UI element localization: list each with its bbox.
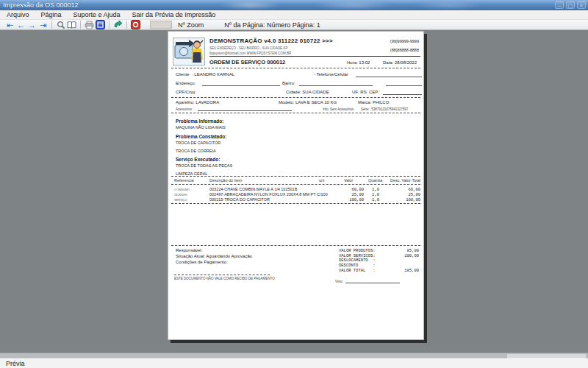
col-header-valor: Valor <box>344 178 353 183</box>
company-logo <box>173 38 205 66</box>
two-page-view-icon <box>67 21 76 29</box>
section-line: TROCA DE TODAS AS PEÇAS <box>176 163 232 168</box>
serie-value: Série: .53879121075941327597 <box>361 107 408 111</box>
zoom-button[interactable] <box>55 20 66 29</box>
dashed-divider <box>171 176 420 177</box>
menu-suporte-e-ajuda[interactable]: Suporte e Ajuda <box>74 11 121 18</box>
document-page: DEMONSTRAÇÃO v4.0 311222 010722 >>> SEU … <box>168 31 424 340</box>
aparelho-value: Aparelho: LAVADORA <box>176 100 219 105</box>
cliente-label: Cliente : <box>176 72 193 77</box>
item-ref: CONSUMO <box>174 188 190 191</box>
print-button[interactable] <box>84 20 95 29</box>
item-valor: 100,00 <box>349 197 364 202</box>
cpf-label: CPF/Cnpj: <box>176 90 196 94</box>
total-label: DESCONTO : <box>339 263 376 268</box>
order-date: Data: 28/08/2022 <box>383 60 417 65</box>
export-button[interactable] <box>112 20 123 29</box>
zoom-label: Nº Zoom <box>178 21 204 29</box>
export-icon <box>113 20 123 29</box>
statusbar: Prévia <box>0 358 588 368</box>
total-value: 100,00 <box>404 253 419 258</box>
total-label: VALOR TOTAL : <box>339 268 376 273</box>
first-page-button[interactable]: ⇤ <box>4 20 15 29</box>
modelo-value: Modelo: LAVA E SECA 10 KG <box>279 100 337 105</box>
item-desc: 003224-CHAVE COMBIN.MAYLE A 1/4 102501B <box>209 187 297 191</box>
blank-line <box>202 85 280 86</box>
situacao-atual: Situação Atual: Aguardando Aprovação <box>176 254 252 258</box>
dashed-divider <box>171 184 420 185</box>
company-phone-1: (99)99999-9999 <box>390 39 419 43</box>
close-button[interactable]: ✕ <box>577 1 586 9</box>
dashed-divider <box>171 97 420 98</box>
header-rule <box>209 56 420 57</box>
item-valor: 25,00 <box>351 192 364 197</box>
disclaimer-text: ESTE DOCUMENTO NÃO VALE COMO RECIBO DE P… <box>174 277 275 280</box>
print-setup-button[interactable] <box>95 20 106 29</box>
responsavel-label: Responsável: <box>176 248 202 252</box>
toolbar-separator <box>126 21 127 29</box>
menu-arquivo[interactable]: Arquivo <box>7 11 29 18</box>
telefone-label: - Telefone/Celular <box>314 72 348 77</box>
acessorios-label: Acessórios : <box>176 107 194 111</box>
col-header-desc: Desc. <box>390 178 401 183</box>
item-total: 60,00 <box>408 187 420 192</box>
blank-line <box>356 77 422 77</box>
item-quantia: 1,0 <box>372 197 379 202</box>
titlebar-blur-decoration <box>184 0 500 10</box>
close-preview-icon <box>131 20 140 29</box>
dashed-divider <box>171 113 420 113</box>
minimize-button[interactable]: – <box>555 1 564 9</box>
blank-line <box>198 110 292 111</box>
status-strip <box>0 353 588 358</box>
col-header-valor-total: Valor Total <box>402 178 420 183</box>
dashed-divider <box>174 275 270 275</box>
item-desc: 000215-TROCA DO CAPACITOR <box>209 197 270 202</box>
item-valor: 60,00 <box>351 187 364 192</box>
item-ref: 26265090 <box>174 193 187 197</box>
menu-sair-da-previa[interactable]: Sair da Prévia de Impressão <box>132 11 216 18</box>
cliente-value: LEANDRO KARNAL <box>194 72 234 77</box>
blank-line <box>386 85 422 86</box>
client-name-label: Cliente : LEANDRO KARNAL <box>176 72 234 77</box>
visto-label: Visto <box>335 280 343 283</box>
zoom-number-input[interactable] <box>150 21 172 29</box>
toolbar-separator <box>109 21 110 29</box>
marca-value: Marca: PHILCO <box>358 100 389 105</box>
close-preview-button[interactable] <box>130 20 141 29</box>
prev-page-icon: ← <box>17 21 25 29</box>
item-quantia: 1,0 <box>372 187 379 192</box>
two-page-view-button[interactable] <box>66 20 77 29</box>
company-contact: fpqsystem@hotmail.com WWW.FPQSYSTEM.COM.… <box>209 52 291 55</box>
item-quantia: 1,0 <box>372 192 379 197</box>
menu-pagina[interactable]: Página <box>41 11 62 18</box>
section-line: MAQUINA NÃO LIGA MAIS <box>176 125 226 130</box>
last-page-icon: ⇥ <box>40 21 46 29</box>
col-header-uni: uni <box>319 178 324 183</box>
item-ref: SERVIÇO <box>174 198 187 202</box>
company-name: DEMONSTRAÇÃO v4.0 311222 010722 >>> <box>209 38 333 44</box>
acessorios-info: Info: Sem Acessórios <box>323 107 354 111</box>
item-total: 100,00 <box>406 197 420 202</box>
item-desc: 002497-ABRAÇADEIRA NYLON FOXLUX 200X4.8 … <box>209 192 328 197</box>
signature-line <box>345 283 400 283</box>
condicoes-pagamento: Condições de Pagamento: <box>176 260 228 264</box>
prev-page-button[interactable]: ← <box>15 20 26 29</box>
item-total: 25,00 <box>408 192 420 197</box>
col-header-descricao: Descrição do Item <box>209 178 242 183</box>
section-line: TROCA DE CAPACITOR <box>176 141 220 145</box>
maximize-button[interactable]: ▢ <box>566 1 575 9</box>
zoom-icon <box>57 21 65 29</box>
company-address: SEU ENDEREÇO - SEU BAIRRO - SUA CIDADE-S… <box>209 46 288 50</box>
col-header-referencia: Referencia <box>174 178 194 183</box>
uf-cep-value: UF: RS CEP: <box>352 90 379 94</box>
toolbar: ⇤ ← → ⇥ <box>0 20 588 30</box>
dashed-divider <box>171 203 420 204</box>
endereco-label: Endereço: <box>176 81 196 85</box>
toolbar-separator <box>80 21 81 29</box>
blank-line <box>299 85 373 86</box>
order-time: Hora: 13:02 <box>347 60 370 65</box>
last-page-button[interactable]: ⇥ <box>37 20 49 29</box>
window-title: Impressão da OS 000012 <box>3 1 79 9</box>
section-title: Problema Informado: <box>176 118 223 124</box>
next-page-button[interactable]: → <box>26 20 37 29</box>
